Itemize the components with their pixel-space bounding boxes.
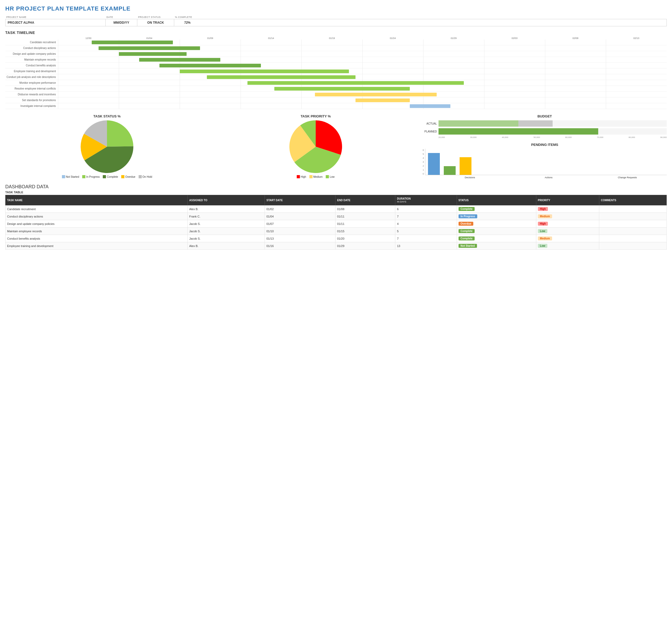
gantt-grid-line: [606, 103, 667, 109]
gantt-grid-line: [545, 74, 606, 80]
gantt-grid-line: [545, 57, 606, 63]
gantt-grid-line: [545, 69, 606, 74]
table-cell: 01/11: [335, 213, 395, 220]
table-row: Candidate recruitmentAlex B.01/0201/086C…: [5, 205, 667, 213]
gantt-date: 01/09: [180, 37, 241, 40]
project-status-value: ON TRACK: [137, 19, 174, 26]
gantt-task-name: Employee training and development: [5, 70, 58, 73]
budget-axis-label: 40,000: [502, 136, 508, 138]
table-cell: 7: [395, 235, 457, 242]
task-priority-chart: TASK PRIORITY % 0543 HighMediumLow: [214, 114, 417, 178]
task-status-pie: 03522: [81, 120, 133, 173]
gantt-date: 01/29: [423, 37, 484, 40]
gantt-bar: [410, 104, 450, 108]
gantt-grid-line: [423, 57, 484, 63]
project-name-label: PROJECT NAME: [5, 15, 105, 19]
gantt-grid-line: [302, 40, 362, 45]
legend-color: [326, 175, 329, 178]
budget-axis: 20,00030,00040,00050,00060,00070,00080,0…: [423, 136, 667, 138]
gantt-grid-lines: [58, 103, 667, 109]
gantt-grid-line: [362, 74, 423, 80]
gantt-grid-line: [606, 57, 667, 63]
table-row: Conduct disciplinary actionsFrank C.01/0…: [5, 213, 667, 220]
status-badge: Complete: [459, 236, 475, 241]
gantt-grid-line: [119, 80, 180, 86]
gantt-grid-line: [180, 80, 241, 86]
gantt-grid-line: [606, 86, 667, 92]
gantt-date: 02/13: [606, 37, 667, 40]
priority-badge: Low: [538, 244, 547, 248]
gantt-grid-line: [302, 57, 362, 63]
gantt-grid-line: [241, 103, 302, 109]
table-cell: 01/08: [335, 205, 395, 213]
gantt-bar-area: [58, 51, 667, 57]
legend-color: [297, 175, 300, 178]
table-cell: Jacob S.: [188, 220, 265, 228]
gantt-bar: [274, 87, 410, 91]
budget-bar-wrap: [438, 120, 667, 127]
legend-label: Not Started: [66, 175, 79, 178]
gantt-grid-line: [58, 69, 119, 74]
table-cell: Low: [536, 228, 599, 235]
gantt-grid-line: [606, 69, 667, 74]
gantt-grid-line: [362, 51, 423, 57]
legend-item: On Hold: [139, 175, 152, 178]
gantt-grid-line: [58, 86, 119, 92]
gantt-bar-area: [58, 40, 667, 45]
table-cell: 01/16: [265, 242, 335, 250]
gantt-grid-line: [58, 80, 119, 86]
gantt-bar-area: [58, 63, 667, 69]
gantt-grid-line: [606, 40, 667, 45]
gantt-bar: [139, 58, 220, 61]
gantt-bar: [99, 46, 200, 50]
task-status-title: TASK STATUS %: [5, 114, 209, 118]
table-cell: [599, 220, 667, 228]
status-badge: Overdue: [459, 222, 474, 226]
table-cell: 01/29: [335, 242, 395, 250]
gantt-grid-line: [362, 40, 423, 45]
legend-label: High: [301, 175, 306, 178]
table-cell: In Progress: [457, 213, 536, 220]
gantt-grid-line: [545, 86, 606, 92]
gantt-grid-line: [302, 51, 362, 57]
gantt-row: Design and update company policies: [5, 51, 667, 57]
budget-bar-wrap: [438, 128, 667, 134]
table-cell: Conduct disciplinary actions: [5, 213, 188, 220]
gantt-task-name: Investigate internal complaints: [5, 104, 58, 107]
gantt-date: 02/03: [484, 37, 545, 40]
budget-bar-segment: [438, 120, 518, 127]
table-body: Candidate recruitmentAlex B.01/0201/086C…: [5, 205, 667, 250]
gantt-grid-line: [423, 45, 484, 51]
gantt-grid-line: [484, 80, 545, 86]
gantt-row: Resolve employee internal conflicts: [5, 86, 667, 92]
gantt-grid-line: [484, 57, 545, 63]
table-cell: Jacob S.: [188, 228, 265, 235]
gantt-grid-line: [423, 74, 484, 80]
pending-y-label: 1: [423, 169, 424, 171]
gantt-bar: [247, 81, 464, 85]
gantt-bar-area: [58, 80, 667, 86]
budget-axis-label: 60,000: [565, 136, 572, 138]
gantt-grid-line: [241, 40, 302, 45]
gantt-bar: [119, 52, 187, 56]
pending-y-label: 3: [423, 161, 424, 163]
gantt-grid-line: [119, 86, 180, 92]
legend-label: In Progress: [86, 175, 100, 178]
gantt-grid-line: [241, 45, 302, 51]
gantt-row: Disburse rewards and incentives: [5, 92, 667, 97]
gantt-task-name: Candidate recruitment: [5, 41, 58, 44]
legend-label: On Hold: [143, 175, 152, 178]
status-label: PROJECT STATUS: [137, 15, 174, 19]
gantt-date: 01/19: [302, 37, 362, 40]
legend-item: In Progress: [82, 175, 100, 178]
table-header-cell: DURATIONin days: [395, 195, 457, 205]
gantt-grid-line: [484, 51, 545, 57]
gantt-row: Monitor employee performance: [5, 80, 667, 86]
priority-badge: High: [538, 222, 548, 226]
table-cell: 01/07: [265, 220, 335, 228]
gantt-grid-line: [362, 63, 423, 69]
gantt-grid-lines: [58, 63, 667, 69]
gantt-grid-line: [423, 86, 484, 92]
gantt-row: Maintain employee records: [5, 57, 667, 63]
legend-item: Overdue: [121, 175, 135, 178]
